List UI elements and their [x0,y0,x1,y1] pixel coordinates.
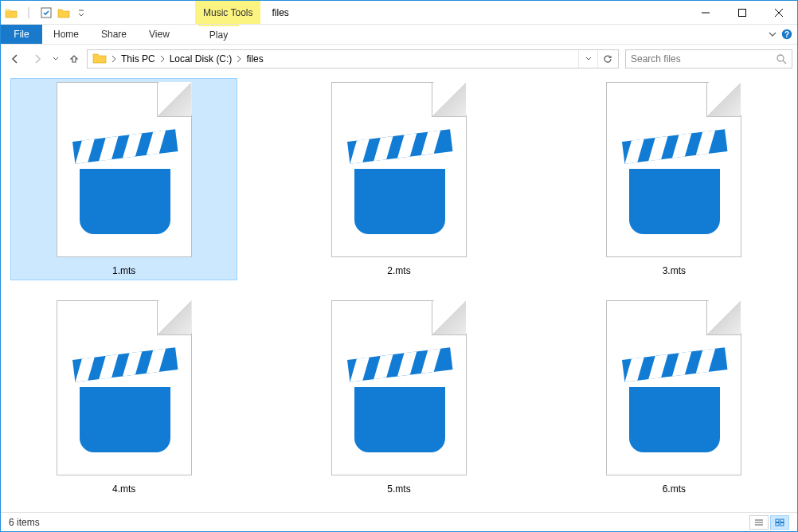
thumbnails-view-button[interactable] [770,515,789,530]
chevron-right-icon[interactable] [110,55,118,63]
file-pane[interactable]: 1.mts2.mts3.mts4.mts5.mts6.mts [1,73,797,512]
video-file-icon [606,82,741,257]
search-icon [776,54,787,65]
minimize-button[interactable] [687,1,724,24]
qat-dropdown-icon[interactable] [72,4,90,22]
recent-locations-icon[interactable] [50,49,61,68]
svg-rect-17 [780,522,784,526]
breadcrumb-segment[interactable]: This PC [118,53,158,65]
svg-rect-16 [776,522,779,526]
video-file-icon [331,300,467,475]
search-placeholder: Search files [631,53,776,65]
file-name: 3.mts [663,265,686,276]
file-item[interactable]: 2.mts [285,78,512,280]
video-file-icon [57,300,192,475]
help-icon[interactable]: ? [781,29,792,40]
address-dropdown-icon[interactable] [578,50,597,68]
address-folder-icon [92,52,107,66]
svg-point-9 [777,55,784,61]
file-item[interactable]: 3.mts [561,78,788,280]
folder-icon[interactable] [2,4,20,22]
file-name: 2.mts [387,265,410,276]
contextual-tab-label: Music Tools [195,1,260,24]
navigation-bar: This PC Local Disk (C:) files Search fil… [1,45,797,73]
refresh-icon[interactable] [597,50,616,68]
tab-home[interactable]: Home [42,25,90,44]
status-bar: 6 items [1,512,797,531]
file-name: 5.mts [387,483,410,495]
file-item[interactable]: 1.mts [10,78,237,280]
video-file-icon [331,82,467,257]
up-button[interactable] [65,49,84,68]
search-input[interactable]: Search files [625,49,792,68]
forward-button[interactable] [28,49,47,68]
window-controls [687,1,797,24]
svg-text:?: ? [784,30,789,39]
new-folder-icon[interactable] [55,4,72,22]
breadcrumb-segment[interactable]: files [243,53,266,65]
file-name: 4.mts [112,483,135,495]
close-button[interactable] [761,1,797,24]
svg-rect-14 [776,519,779,522]
svg-line-10 [783,61,786,64]
breadcrumb-segment[interactable]: Local Disk (C:) [166,53,236,65]
video-file-icon [57,82,192,257]
chevron-right-icon[interactable] [158,55,166,63]
file-name: 1.mts [112,265,135,276]
details-view-button[interactable] [749,515,769,530]
maximize-button[interactable] [724,1,761,24]
expand-ribbon-icon[interactable] [769,30,776,38]
back-button[interactable] [6,49,25,68]
tab-share[interactable]: Share [90,25,138,44]
file-tab[interactable]: File [1,25,42,44]
quick-access-toolbar [1,1,92,24]
tab-play[interactable]: Play [198,25,239,44]
video-file-icon [606,300,741,475]
ribbon-tabs: File Home Share View Play ? [1,25,797,45]
title-bar: Music Tools files [1,1,797,25]
file-item[interactable]: 6.mts [561,296,788,499]
file-item[interactable]: 4.mts [10,296,237,499]
file-name: 6.mts [663,483,686,495]
properties-icon[interactable] [37,4,55,22]
file-item[interactable]: 5.mts [285,296,512,499]
svg-rect-4 [739,9,746,16]
chevron-right-icon[interactable] [235,55,243,63]
svg-rect-15 [780,519,784,522]
tab-view[interactable]: View [138,25,181,44]
window-title: files [260,1,687,24]
status-item-count: 6 items [9,517,40,528]
qat-separator [20,4,37,22]
address-bar[interactable]: This PC Local Disk (C:) files [87,49,619,68]
